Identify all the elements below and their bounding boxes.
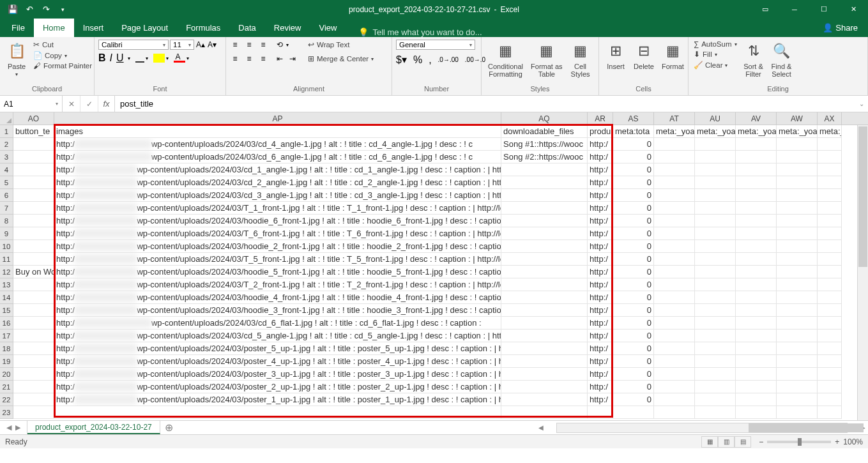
cell[interactable] (654, 151, 695, 163)
cell[interactable] (654, 215, 695, 227)
row-header[interactable]: 13 (0, 278, 13, 291)
cell[interactable] (777, 304, 818, 317)
cell[interactable] (736, 227, 777, 240)
increase-decimal-button[interactable]: .0→.00 (438, 56, 459, 63)
cell[interactable]: Buy on Wo (13, 266, 54, 278)
cell[interactable]: Song #2::https://wooc (501, 151, 588, 163)
cell[interactable]: http:/ (588, 304, 613, 317)
merge-center-button[interactable]: ⊞Merge & Center▾ (307, 54, 375, 64)
vertical-scrollbar-thumb[interactable] (858, 126, 867, 267)
cell[interactable]: meta:_yoa (777, 125, 818, 138)
cell[interactable] (818, 317, 842, 330)
worksheet-grid[interactable]: AOAPAQARASATAUAVAWAX 1button_teimagesdow… (0, 112, 868, 420)
cell[interactable] (654, 138, 695, 151)
cell[interactable] (695, 227, 736, 240)
row-header[interactable]: 21 (0, 381, 13, 393)
cell[interactable] (13, 253, 54, 266)
cell[interactable] (654, 176, 695, 189)
font-name-combo[interactable]: Calibri▾ (98, 40, 169, 50)
cell[interactable] (13, 151, 54, 163)
cell[interactable] (736, 317, 777, 330)
maximize-button[interactable]: ☐ (809, 0, 839, 19)
cut-button[interactable]: ✂Cut (32, 40, 93, 50)
paste-button[interactable]: 📋 Paste ▾ (4, 40, 29, 79)
cell[interactable] (501, 176, 588, 189)
cell[interactable] (654, 253, 695, 266)
cell[interactable]: http:/xxxxxxxxxxxxxxxwp-content/uploads/… (54, 342, 501, 355)
cell[interactable] (818, 342, 842, 355)
align-left-button[interactable]: ≡ (230, 54, 240, 64)
row-header[interactable]: 5 (0, 176, 13, 189)
cell[interactable] (654, 189, 695, 202)
cell[interactable] (736, 393, 777, 406)
cell[interactable] (695, 406, 736, 419)
cell[interactable] (818, 227, 842, 240)
tab-review[interactable]: Review (265, 19, 310, 37)
cell[interactable]: http:/ (588, 330, 613, 342)
cell[interactable] (13, 393, 54, 406)
cell[interactable] (501, 202, 588, 215)
cell[interactable]: 0 (613, 151, 654, 163)
cell[interactable]: 0 (613, 189, 654, 202)
cell[interactable] (13, 240, 54, 253)
borders-button[interactable] (135, 54, 144, 63)
share-button[interactable]: 👤 Share (812, 19, 868, 37)
align-bottom-button[interactable]: ≡ (258, 40, 268, 50)
cell[interactable]: 0 (613, 163, 654, 176)
cell[interactable] (13, 304, 54, 317)
cell[interactable] (818, 381, 842, 393)
cell[interactable]: 0 (613, 176, 654, 189)
cell[interactable] (695, 215, 736, 227)
cell[interactable] (13, 138, 54, 151)
cell[interactable] (501, 240, 588, 253)
cell[interactable]: http:/xxxxxxxxxxxxxxxwp-content/uploads/… (54, 215, 501, 227)
cell[interactable]: http:/xxxxxxxxxxxxxxxwp-content/uploads/… (54, 163, 501, 176)
cell[interactable] (736, 368, 777, 381)
cell[interactable] (818, 393, 842, 406)
cell[interactable]: http:/ (588, 189, 613, 202)
cell[interactable] (818, 355, 842, 368)
cell[interactable]: 0 (613, 253, 654, 266)
cell[interactable]: http:/xxxxxxxxxxxxxxxwp-content/uploads/… (54, 138, 501, 151)
cell[interactable] (777, 138, 818, 151)
select-all-button[interactable] (0, 112, 13, 125)
cell[interactable] (736, 189, 777, 202)
cell[interactable]: 0 (613, 368, 654, 381)
row-header[interactable]: 6 (0, 189, 13, 202)
cell[interactable]: 0 (613, 138, 654, 151)
cell[interactable] (818, 240, 842, 253)
cell[interactable] (654, 381, 695, 393)
cell[interactable] (777, 227, 818, 240)
row-header[interactable]: 8 (0, 215, 13, 227)
column-header-AT[interactable]: AT (654, 112, 695, 125)
cancel-formula-button[interactable]: ✕ (63, 96, 80, 112)
cell[interactable] (13, 317, 54, 330)
cell[interactable] (818, 291, 842, 304)
cell[interactable]: http:/ (588, 342, 613, 355)
column-header-AU[interactable]: AU (695, 112, 736, 125)
row-header[interactable]: 12 (0, 266, 13, 278)
cell[interactable]: Song #1::https://wooc (501, 138, 588, 151)
row-header[interactable]: 4 (0, 163, 13, 176)
cell[interactable]: meta:tota (613, 125, 654, 138)
cell[interactable] (777, 278, 818, 291)
tab-view[interactable]: View (310, 19, 346, 37)
cell[interactable] (613, 406, 654, 419)
cell[interactable] (501, 215, 588, 227)
cell[interactable]: produ (588, 125, 613, 138)
cell[interactable] (654, 278, 695, 291)
fill-button[interactable]: ⬇Fill▾ (692, 49, 738, 59)
cell[interactable]: http:/ (588, 355, 613, 368)
find-select-button[interactable]: 🔍Find & Select (769, 40, 795, 79)
cell[interactable] (654, 202, 695, 215)
cell[interactable] (777, 176, 818, 189)
redo-button[interactable]: ↷ (38, 2, 54, 17)
zoom-in-button[interactable]: + (835, 437, 839, 446)
cell[interactable]: http:/xxxxxxxxxxxxxxxwp-content/uploads/… (54, 304, 501, 317)
cell[interactable]: 0 (613, 304, 654, 317)
row-header[interactable]: 23 (0, 406, 13, 419)
cell[interactable] (777, 163, 818, 176)
cell[interactable] (654, 240, 695, 253)
cell[interactable] (501, 291, 588, 304)
cell[interactable] (818, 202, 842, 215)
